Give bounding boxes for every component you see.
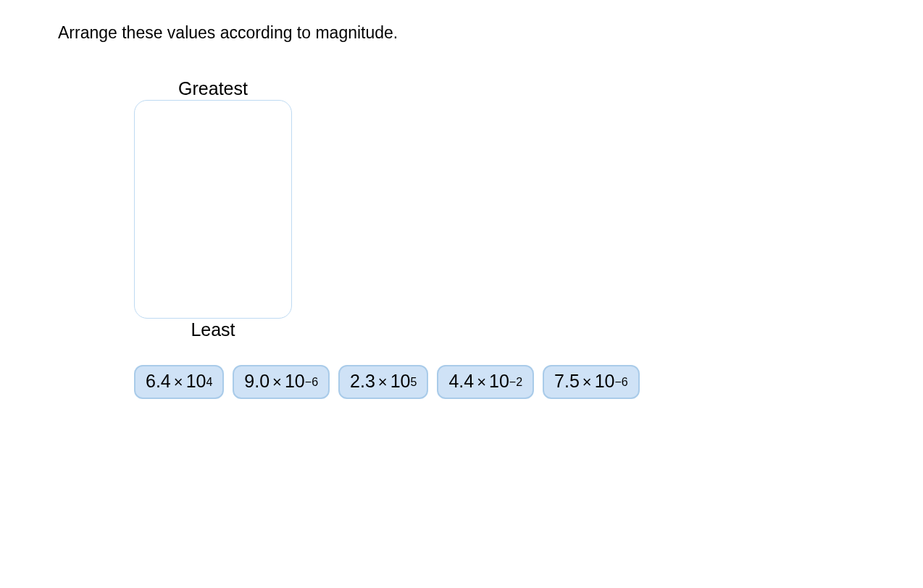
tile-exp: 5 xyxy=(410,376,417,389)
tile-base: 10 xyxy=(489,371,509,392)
tile-exp: −2 xyxy=(509,376,522,389)
tile-coef: 7.5 xyxy=(554,371,580,392)
tile-base: 10 xyxy=(595,371,615,392)
tiles-row: 6.4 × 10 4 9.0 × 10 −6 2.3 × 10 5 4.4 × … xyxy=(134,365,640,399)
times-icon: × xyxy=(582,373,592,392)
tile-value[interactable]: 2.3 × 10 5 xyxy=(338,365,428,399)
tile-exp: −6 xyxy=(615,376,628,389)
drop-zone[interactable] xyxy=(134,100,292,319)
instruction-text: Arrange these values according to magnit… xyxy=(58,23,398,43)
tile-base: 10 xyxy=(186,371,206,392)
sort-container: Greatest Least xyxy=(134,78,292,340)
tile-value[interactable]: 6.4 × 10 4 xyxy=(134,365,224,399)
times-icon: × xyxy=(378,373,388,392)
tile-base: 10 xyxy=(285,371,305,392)
tile-exp: 4 xyxy=(206,376,212,389)
tile-coef: 6.4 xyxy=(146,371,171,392)
tile-base: 10 xyxy=(390,371,411,392)
tile-coef: 4.4 xyxy=(448,371,474,392)
times-icon: × xyxy=(174,373,183,392)
tile-value[interactable]: 4.4 × 10 −2 xyxy=(437,365,534,399)
tile-coef: 2.3 xyxy=(350,371,375,392)
label-greatest: Greatest xyxy=(178,78,248,99)
times-icon: × xyxy=(477,373,486,392)
tile-coef: 9.0 xyxy=(244,371,270,392)
label-least: Least xyxy=(191,319,235,340)
tile-value[interactable]: 7.5 × 10 −6 xyxy=(543,365,640,399)
tile-value[interactable]: 9.0 × 10 −6 xyxy=(233,365,330,399)
tile-exp: −6 xyxy=(305,376,318,389)
times-icon: × xyxy=(272,373,282,392)
